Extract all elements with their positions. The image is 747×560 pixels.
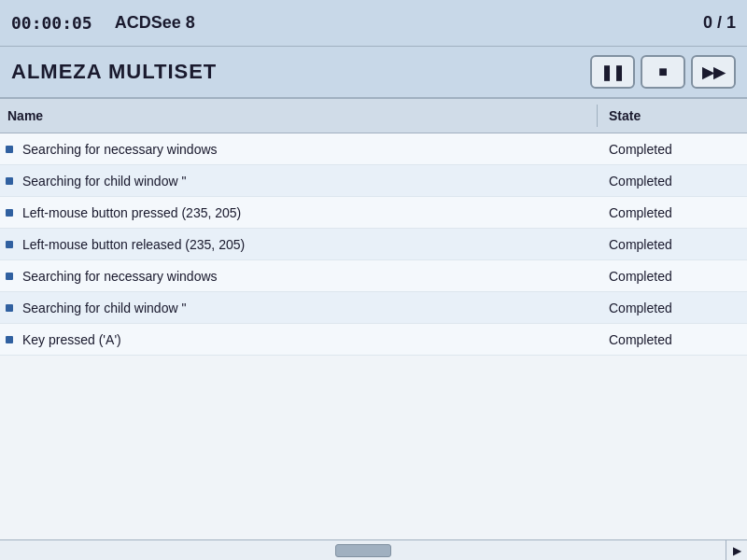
row-task-name: Searching for child window " [19,295,598,321]
row-task-name: Searching for necessary windows [19,263,598,289]
title-bar: ALMEZA MULTISET ❚❚ ■ ▶▶ [0,47,747,99]
task-table: Name State Searching for necessary windo… [0,99,747,539]
row-task-name: Left-mouse button released (235, 205) [19,231,598,258]
table-row[interactable]: Left-mouse button released (235, 205)Com… [0,229,747,260]
pause-button[interactable]: ❚❚ [590,55,635,89]
h-scroll-thumb[interactable] [335,544,391,557]
title-text: ALMEZA MULTISET [11,60,217,84]
row-task-name: Left-mouse button pressed (235, 205) [19,200,598,226]
row-task-state: Completed [598,231,747,258]
table-body[interactable]: Searching for necessary windowsCompleted… [0,133,747,539]
table-row[interactable]: Searching for necessary windowsCompleted [0,260,747,292]
col-name-header: Name [0,105,598,127]
row-task-state: Completed [598,168,747,194]
row-task-state: Completed [598,200,747,226]
row-icon [0,241,19,248]
scroll-right-button[interactable]: ▶ [726,540,747,561]
row-task-state: Completed [598,295,747,321]
row-task-state: Completed [598,263,747,289]
h-scroll-track[interactable] [0,540,726,560]
row-task-state: Completed [598,136,747,162]
table-row[interactable]: Key pressed ('A')Completed [0,324,747,356]
table-header: Name State [0,99,747,133]
scroll-right-icon: ▶ [733,544,741,557]
row-icon [0,177,19,185]
row-icon [0,209,19,217]
main-content: Name State Searching for necessary windo… [0,99,747,560]
top-bar-left: 00:00:05 ACDSee 8 [11,13,195,33]
row-task-name: Searching for necessary windows [19,136,598,162]
col-state-header: State [598,105,747,127]
timer-display: 00:00:05 [11,13,92,33]
stop-button[interactable]: ■ [641,55,685,89]
counter-display: 0 / 1 [703,13,736,33]
horizontal-scrollbar: ▶ [0,539,747,560]
row-icon [0,304,19,312]
forward-button[interactable]: ▶▶ [691,55,736,89]
row-icon [0,146,19,153]
row-task-name: Key pressed ('A') [19,327,598,353]
row-task-name: Searching for child window " [19,168,598,194]
playback-controls: ❚❚ ■ ▶▶ [590,55,736,89]
row-icon [0,273,19,280]
table-row[interactable]: Searching for necessary windowsCompleted [0,133,747,165]
table-row[interactable]: Searching for child window "Completed [0,292,747,324]
row-icon [0,336,19,343]
table-row[interactable]: Left-mouse button pressed (235, 205)Comp… [0,197,747,229]
top-bar: 00:00:05 ACDSee 8 0 / 1 [0,0,747,47]
table-row[interactable]: Searching for child window "Completed [0,165,747,197]
row-task-state: Completed [598,327,747,353]
app-name-label: ACDSee 8 [115,13,195,33]
